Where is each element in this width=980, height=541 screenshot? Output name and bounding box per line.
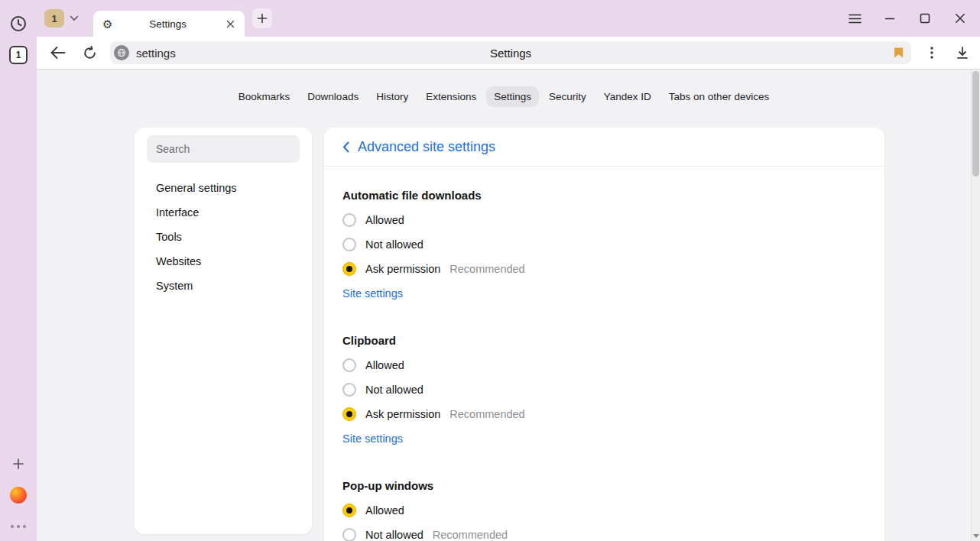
new-tab-plus-icon[interactable] <box>252 8 272 28</box>
radio-label: Allowed <box>365 359 404 371</box>
section-pop-up-windows: Pop-up windowsAllowedNot allowedRecommen… <box>342 478 866 541</box>
nav-item-settings[interactable]: Settings <box>486 86 539 107</box>
chevron-left-icon <box>342 141 349 153</box>
radio-label: Ask permission <box>365 408 440 420</box>
close-window-icon[interactable] <box>952 11 968 26</box>
tab-close-icon[interactable] <box>223 17 237 31</box>
radio-checked-icon[interactable] <box>342 407 356 421</box>
nav-item-history[interactable]: History <box>368 86 416 107</box>
section-title: Automatic file downloads <box>342 188 866 203</box>
window-titlebar: 1 ⚙ Settings <box>37 0 980 37</box>
radio-unchecked-icon[interactable] <box>342 238 356 251</box>
section-clipboard: ClipboardAllowedNot allowedAsk permissio… <box>342 333 866 451</box>
radio-option-not-allowed[interactable]: Not allowedRecommended <box>342 523 508 541</box>
menu-item-interface[interactable]: Interface <box>135 200 312 225</box>
nav-item-tabs-on-other-devices[interactable]: Tabs on other devices <box>661 86 777 107</box>
settings-sidebar-card: General settingsInterfaceToolsWebsitesSy… <box>135 128 312 534</box>
menu-item-websites[interactable]: Websites <box>135 249 312 274</box>
yandex-browser-logo[interactable] <box>8 485 28 505</box>
radio-option-allowed[interactable]: Allowed <box>342 353 404 377</box>
radio-label: Ask permission <box>365 263 440 275</box>
radio-label: Allowed <box>365 214 404 226</box>
radio-option-allowed[interactable]: Allowed <box>342 208 404 232</box>
advanced-site-settings-back[interactable]: Advanced site settings <box>324 128 884 167</box>
radio-checked-icon[interactable] <box>342 262 356 276</box>
more-options-dots-icon[interactable] <box>8 517 28 536</box>
radio-unchecked-icon[interactable] <box>342 528 356 541</box>
bookmark-flag-icon[interactable] <box>894 47 904 59</box>
scrollbar-thumb[interactable] <box>972 71 979 177</box>
section-title: Pop-up windows <box>342 478 866 494</box>
search-input[interactable] <box>156 143 290 155</box>
add-panel-plus-icon[interactable] <box>8 454 28 474</box>
nav-item-security[interactable]: Security <box>541 86 594 107</box>
browser-menu-icon[interactable] <box>847 11 862 26</box>
minimize-icon[interactable] <box>882 11 897 26</box>
radio-note: Recommended <box>433 529 508 541</box>
advanced-site-settings-title: Advanced site settings <box>358 139 495 155</box>
radio-label: Not allowed <box>365 238 423 251</box>
settings-sections: Automatic file downloadsAllowedNot allow… <box>324 167 884 541</box>
section-automatic-file-downloads: Automatic file downloadsAllowedNot allow… <box>342 188 866 306</box>
menu-item-general-settings[interactable]: General settings <box>135 176 312 200</box>
downloads-icon[interactable] <box>952 43 972 63</box>
scrollbar-arrow-down-icon[interactable] <box>972 532 980 539</box>
tab-group-chevron-down-icon[interactable] <box>67 9 82 28</box>
scrollbar[interactable] <box>971 70 980 541</box>
menu-item-tools[interactable]: Tools <box>135 225 312 249</box>
settings-menu: General settingsInterfaceToolsWebsitesSy… <box>135 176 312 298</box>
nav-item-extensions[interactable]: Extensions <box>418 86 484 107</box>
radio-option-not-allowed[interactable]: Not allowed <box>342 377 423 402</box>
section-title: Clipboard <box>342 333 866 348</box>
page-title: Settings <box>490 47 531 60</box>
browser-side-strip: 1 <box>0 0 37 541</box>
address-bar[interactable]: settings Settings <box>110 41 911 64</box>
gear-icon: ⚙ <box>102 18 112 30</box>
radio-note: Recommended <box>449 263 524 275</box>
radio-option-allowed[interactable]: Allowed <box>342 498 404 523</box>
menu-item-system[interactable]: System <box>135 274 312 298</box>
reload-icon[interactable] <box>80 43 99 63</box>
maximize-icon[interactable] <box>917 11 933 26</box>
address-url-text: settings <box>136 47 176 60</box>
settings-page: BookmarksDownloadsHistoryExtensionsSetti… <box>37 69 980 541</box>
tab-group-chip[interactable]: 1 <box>44 9 64 28</box>
site-settings-link[interactable]: Site settings <box>342 426 403 451</box>
search-box[interactable] <box>147 135 300 163</box>
tab-counter-button[interactable]: 1 <box>9 46 28 64</box>
settings-main-card: Advanced site settings Automatic file do… <box>324 128 884 541</box>
back-icon[interactable] <box>47 43 67 63</box>
radio-option-ask-permission[interactable]: Ask permissionRecommended <box>342 402 525 426</box>
browser-toolbar: settings Settings <box>37 37 980 69</box>
radio-note: Recommended <box>449 408 524 420</box>
site-settings-link[interactable]: Site settings <box>342 281 403 306</box>
radio-label: Not allowed <box>365 529 423 541</box>
nav-item-downloads[interactable]: Downloads <box>300 86 366 107</box>
site-info-globe-icon[interactable] <box>114 45 129 60</box>
kebab-menu-icon[interactable] <box>922 43 942 63</box>
window-controls <box>847 11 980 26</box>
radio-unchecked-icon[interactable] <box>342 358 356 372</box>
nav-item-yandex-id[interactable]: Yandex ID <box>596 86 659 107</box>
radio-unchecked-icon[interactable] <box>342 383 356 397</box>
settings-nav: BookmarksDownloadsHistoryExtensionsSetti… <box>37 86 971 107</box>
radio-checked-icon[interactable] <box>342 504 356 517</box>
nav-item-bookmarks[interactable]: Bookmarks <box>231 86 298 107</box>
active-tab[interactable]: ⚙ Settings <box>93 11 245 37</box>
radio-label: Not allowed <box>365 384 423 396</box>
radio-label: Allowed <box>365 504 404 517</box>
radio-unchecked-icon[interactable] <box>342 213 356 227</box>
history-clock-icon[interactable] <box>8 14 28 34</box>
radio-option-not-allowed[interactable]: Not allowed <box>342 232 423 257</box>
tab-title: Settings <box>112 18 223 30</box>
radio-option-ask-permission[interactable]: Ask permissionRecommended <box>342 257 525 281</box>
